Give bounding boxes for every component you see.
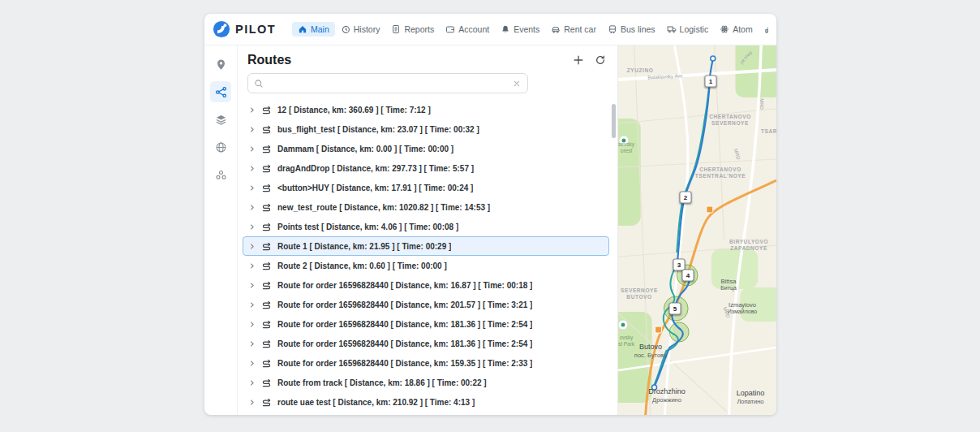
route-row[interactable]: Dammam [ Distance, km: 0.00 ] [ Time: 00…: [243, 139, 609, 158]
map-marker-1[interactable]: 1: [705, 76, 717, 88]
route-row[interactable]: <button>HUY [ Distance, km: 17.91 ] [ Ti…: [243, 178, 609, 197]
nav-item-history[interactable]: History: [335, 22, 386, 37]
route-search: [247, 73, 528, 93]
bus-lines-icon: [608, 24, 617, 34]
search-input[interactable]: [269, 78, 507, 89]
route-icon: [261, 105, 272, 115]
route-row[interactable]: Route for order 16596828440 [ Distance, …: [243, 295, 609, 314]
nav-item-label: Account: [458, 24, 489, 34]
route-row[interactable]: new_test_route [ Distance, km: 1020.82 ]…: [243, 197, 609, 217]
expand-chevron-icon[interactable]: [248, 106, 256, 114]
rail-item-routes[interactable]: [210, 81, 231, 102]
route-row[interactable]: Points test [ Distance, km: 4.06 ] [ Tim…: [243, 217, 609, 236]
nav-item-dashboard[interactable]: Dashboard: [759, 22, 768, 37]
route-icon: [261, 144, 272, 154]
refresh-icon: [595, 54, 606, 66]
add-route-button[interactable]: [573, 54, 584, 66]
expand-chevron-icon[interactable]: [248, 301, 256, 309]
route-row[interactable]: test [ Distance, km: 565.74 ] [ Time: 11…: [243, 412, 609, 415]
expand-chevron-icon[interactable]: [248, 223, 256, 231]
route-row[interactable]: Route from track [ Distance, km: 18.86 ]…: [243, 373, 609, 392]
expand-chevron-icon[interactable]: [248, 184, 256, 192]
rail-item-clusters[interactable]: [210, 164, 231, 185]
route-label: route uae test [ Distance, km: 210.92 ] …: [277, 398, 475, 407]
routes-icon: [215, 86, 227, 98]
nav-item-reports[interactable]: Reports: [385, 22, 440, 37]
expand-chevron-icon[interactable]: [248, 282, 256, 289]
account-icon: [445, 24, 455, 34]
nav-item-atom[interactable]: Atom: [714, 22, 759, 37]
map-marker-5[interactable]: 5: [669, 303, 681, 315]
nav-item-label: History: [354, 24, 380, 34]
nav-item-account[interactable]: Account: [440, 22, 495, 37]
route-label: Route 1 [ Distance, km: 21.95 ] [ Time: …: [277, 242, 451, 251]
expand-chevron-icon[interactable]: [248, 360, 256, 367]
reports-icon: [391, 24, 401, 34]
rent-car-icon: [551, 24, 561, 34]
route-row[interactable]: Route for order 16596828440 [ Distance, …: [243, 314, 609, 334]
route-row[interactable]: Route 2 [ Distance, km: 0.60 ] [ Time: 0…: [243, 256, 609, 275]
map-marker-4[interactable]: 4: [682, 270, 694, 282]
route-label: Route for order 16596828440 [ Distance, …: [277, 339, 532, 348]
nav-item-label: Reports: [404, 24, 434, 34]
route-icon: [261, 202, 272, 213]
expand-chevron-icon[interactable]: [248, 145, 256, 153]
clusters-icon: [215, 169, 227, 181]
expand-chevron-icon[interactable]: [248, 262, 256, 270]
route-row[interactable]: route uae test [ Distance, km: 210.92 ] …: [243, 392, 609, 412]
route-row[interactable]: Route for order 16596828440 [ Distance, …: [243, 275, 609, 295]
route-icon: [261, 378, 272, 388]
route-row[interactable]: Route for order 16596828440 [ Distance, …: [243, 353, 609, 373]
nav-item-rent-car[interactable]: Rent car: [545, 22, 602, 37]
route-icon: [261, 339, 272, 349]
list-scrollbar-thumb[interactable]: [612, 104, 616, 138]
expand-chevron-icon[interactable]: [248, 321, 256, 328]
route-label: Route for order 16596828440 [ Distance, …: [277, 359, 532, 368]
route-icon: [261, 241, 272, 252]
route-icon: [261, 261, 272, 271]
expand-chevron-icon[interactable]: [248, 379, 256, 387]
route-label: Route for order 16596828440 [ Distance, …: [277, 281, 532, 290]
search-icon: [254, 79, 264, 89]
panel-title: Routes: [247, 53, 291, 67]
refresh-button[interactable]: [595, 54, 606, 66]
expand-chevron-icon[interactable]: [248, 340, 256, 348]
layers-icon: [215, 114, 227, 126]
route-label: Route for order 16596828440 [ Distance, …: [277, 300, 532, 309]
nav-item-main[interactable]: Main: [292, 22, 335, 37]
tool-rail: [204, 45, 238, 415]
rail-item-pin[interactable]: [210, 54, 231, 75]
expand-chevron-icon[interactable]: [248, 204, 256, 211]
route-icon: [261, 280, 272, 291]
nav-item-events[interactable]: Events: [495, 22, 545, 37]
atom-icon: [720, 24, 729, 34]
route-label: Route 2 [ Distance, km: 0.60 ] [ Time: 0…: [277, 261, 447, 270]
pin-icon: [215, 58, 227, 71]
route-row[interactable]: Route 1 [ Distance, km: 21.95 ] [ Time: …: [243, 236, 609, 256]
clear-search-button[interactable]: [512, 79, 522, 89]
nav-item-bus-lines[interactable]: Bus lines: [602, 22, 661, 37]
route-row[interactable]: 12 [ Distance, km: 360.69 ] [ Time: 7:12…: [243, 100, 609, 119]
route-label: dragAndDrop [ Distance, km: 297.73 ] [ T…: [277, 164, 474, 173]
nav-item-label: Atom: [733, 24, 753, 34]
brand-logo[interactable]: PILOT: [213, 20, 286, 38]
route-row[interactable]: bus_flight_test [ Distance, km: 23.07 ] …: [243, 119, 609, 139]
expand-chevron-icon[interactable]: [248, 165, 256, 172]
routes-panel: Routes: [238, 45, 618, 415]
route-icon: [261, 222, 272, 232]
app-window: PILOT Main History Reports Account Event…: [204, 14, 776, 415]
expand-chevron-icon[interactable]: [248, 243, 256, 250]
expand-chevron-icon[interactable]: [248, 399, 256, 406]
route-label: 12 [ Distance, km: 360.69 ] [ Time: 7:12…: [277, 106, 431, 114]
nav-item-label: Events: [514, 24, 539, 34]
nav-item-logistic[interactable]: Logistic: [661, 22, 715, 37]
history-icon: [341, 24, 350, 34]
route-row[interactable]: dragAndDrop [ Distance, km: 297.73 ] [ T…: [243, 158, 609, 178]
map-marker-2[interactable]: 2: [680, 192, 692, 204]
rail-item-globe[interactable]: [210, 136, 231, 158]
route-icon: [261, 124, 272, 135]
rail-item-layers[interactable]: [210, 109, 231, 130]
route-row[interactable]: Route for order 16596828440 [ Distance, …: [243, 334, 609, 353]
expand-chevron-icon[interactable]: [248, 126, 256, 133]
map[interactable]: ZYUZINOCHERTANOVOSEVERNOYETSARCHERTANOVO…: [618, 45, 776, 415]
